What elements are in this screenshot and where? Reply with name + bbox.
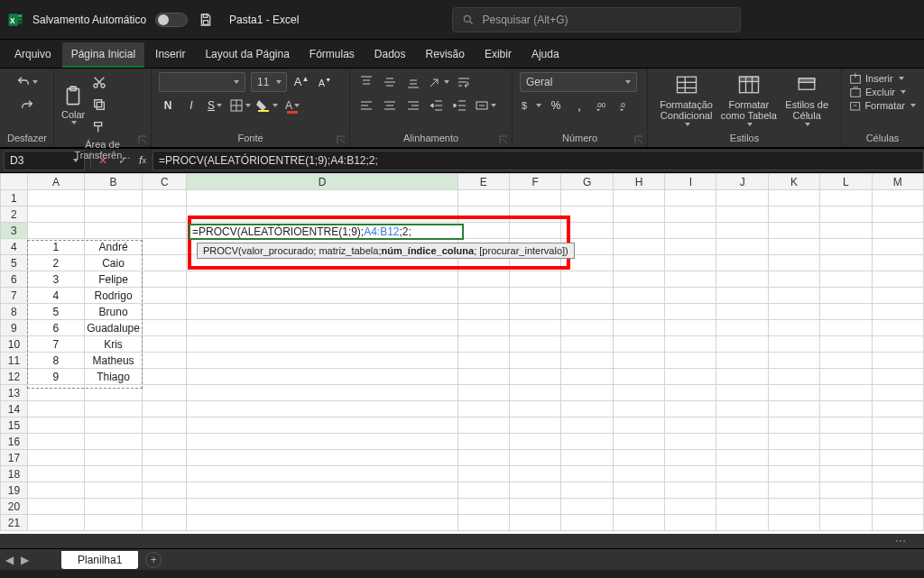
cell-E17[interactable]: [457, 450, 509, 466]
cell-L1[interactable]: [820, 190, 872, 206]
cell-E8[interactable]: [457, 304, 509, 320]
cell-K9[interactable]: [768, 320, 819, 336]
cell-C2[interactable]: [143, 206, 187, 223]
cell-M18[interactable]: [872, 466, 924, 482]
cell-E20[interactable]: [457, 499, 509, 515]
wrap-text-button[interactable]: [455, 72, 473, 92]
cell-A19[interactable]: [27, 482, 84, 499]
cell-K2[interactable]: [768, 206, 819, 223]
conditional-formatting-button[interactable]: Formatação Condicional: [655, 72, 717, 126]
cell-L16[interactable]: [820, 434, 872, 450]
cell-I1[interactable]: [665, 190, 716, 206]
tab-arquivo[interactable]: Arquivo: [5, 42, 60, 68]
horizontal-scrollbar[interactable]: ⋯: [0, 534, 924, 548]
cell-M2[interactable]: [872, 206, 924, 223]
align-bottom-button[interactable]: [404, 72, 422, 92]
col-header-H[interactable]: H: [613, 174, 664, 190]
cell-M5[interactable]: [872, 255, 924, 271]
cell-L7[interactable]: [820, 288, 872, 304]
cell-I7[interactable]: [665, 288, 716, 304]
cell-J1[interactable]: [716, 190, 768, 206]
cell-C4[interactable]: [143, 239, 187, 255]
cell-G8[interactable]: [561, 304, 613, 320]
cell-E6[interactable]: [457, 271, 509, 288]
row-header-11[interactable]: 11: [1, 353, 28, 369]
cell-M10[interactable]: [872, 336, 924, 353]
cell-H20[interactable]: [613, 499, 664, 515]
cell-H1[interactable]: [613, 190, 664, 206]
cell-A11[interactable]: 8: [27, 353, 84, 369]
cell-J10[interactable]: [716, 336, 768, 353]
increase-decimal-button[interactable]: .00: [594, 96, 612, 115]
cell-H19[interactable]: [613, 482, 664, 499]
decrease-indent-button[interactable]: [428, 96, 446, 115]
cell-H7[interactable]: [613, 288, 664, 304]
cell-B7[interactable]: Rodrigo: [85, 288, 143, 304]
cell-J18[interactable]: [716, 466, 768, 482]
cell-D15[interactable]: [187, 417, 457, 434]
row-header-21[interactable]: 21: [1, 515, 28, 531]
cell-D8[interactable]: [187, 304, 457, 320]
cell-I15[interactable]: [665, 417, 716, 434]
align-left-button[interactable]: [357, 96, 375, 115]
cell-I10[interactable]: [665, 336, 716, 353]
cell-H15[interactable]: [613, 417, 664, 434]
cell-H5[interactable]: [613, 255, 664, 271]
italic-button[interactable]: I: [182, 96, 200, 115]
underline-button[interactable]: S: [206, 96, 224, 115]
save-button[interactable]: [197, 10, 215, 30]
cell-L18[interactable]: [820, 466, 872, 482]
cell-J16[interactable]: [716, 434, 768, 450]
cell-A6[interactable]: 3: [27, 271, 84, 288]
cell-F7[interactable]: [510, 288, 561, 304]
cell-M20[interactable]: [872, 499, 924, 515]
cell-I21[interactable]: [665, 515, 716, 531]
cell-I17[interactable]: [665, 450, 716, 466]
cell-B19[interactable]: [85, 482, 143, 499]
cell-D18[interactable]: [187, 466, 457, 482]
cell-I20[interactable]: [665, 499, 716, 515]
cell-D7[interactable]: [187, 288, 457, 304]
cell-A17[interactable]: [27, 450, 84, 466]
cell-F12[interactable]: [510, 369, 561, 385]
cell-I6[interactable]: [665, 271, 716, 288]
cell-H11[interactable]: [613, 353, 664, 369]
cell-B12[interactable]: Thiago: [85, 369, 143, 385]
paste-button[interactable]: Colar: [61, 85, 85, 124]
decrease-decimal-button[interactable]: .0: [617, 96, 635, 115]
cell-K7[interactable]: [768, 288, 819, 304]
cell-C10[interactable]: [143, 336, 187, 353]
font-color-button[interactable]: A: [283, 96, 301, 115]
cell-M16[interactable]: [872, 434, 924, 450]
cell-F14[interactable]: [510, 401, 561, 417]
cell-D17[interactable]: [187, 450, 457, 466]
cell-M12[interactable]: [872, 369, 924, 385]
cell-G10[interactable]: [561, 336, 613, 353]
cell-I12[interactable]: [665, 369, 716, 385]
cell-K1[interactable]: [768, 190, 819, 206]
cell-H13[interactable]: [613, 385, 664, 401]
cell-K3[interactable]: [768, 223, 819, 239]
cell-A15[interactable]: [27, 417, 84, 434]
cell-K17[interactable]: [768, 450, 819, 466]
cell-F19[interactable]: [510, 482, 561, 499]
cell-C21[interactable]: [143, 515, 187, 531]
cell-K11[interactable]: [768, 353, 819, 369]
cell-J14[interactable]: [716, 401, 768, 417]
col-header-F[interactable]: F: [510, 174, 561, 190]
row-header-13[interactable]: 13: [1, 385, 28, 401]
cell-G17[interactable]: [561, 450, 613, 466]
cell-B11[interactable]: Matheus: [85, 353, 143, 369]
comma-button[interactable]: ,: [570, 96, 588, 115]
cell-B18[interactable]: [85, 466, 143, 482]
cell-L17[interactable]: [820, 450, 872, 466]
cell-K14[interactable]: [768, 401, 819, 417]
cell-G20[interactable]: [561, 499, 613, 515]
percent-button[interactable]: %: [547, 96, 565, 115]
cell-I19[interactable]: [665, 482, 716, 499]
row-header-7[interactable]: 7: [1, 288, 28, 304]
cell-D12[interactable]: [187, 369, 457, 385]
cell-I3[interactable]: [665, 223, 716, 239]
cut-button[interactable]: [90, 72, 108, 92]
cell-J7[interactable]: [716, 288, 768, 304]
